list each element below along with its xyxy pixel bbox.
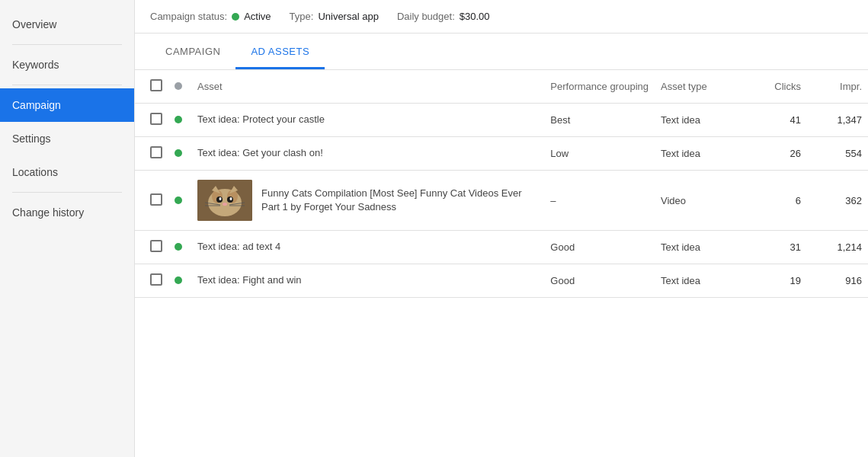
performance-0: Best [544, 104, 655, 137]
sidebar-item-change-history[interactable]: Change history [0, 196, 134, 229]
impr-1: 554 [807, 137, 868, 171]
header-asset-type[interactable]: Asset type [655, 70, 746, 104]
status-bar: Campaign status: Active Type: Universal … [135, 0, 868, 34]
performance-3: Good [544, 231, 655, 264]
table-row: Text idea: Protect your castleBestText i… [135, 104, 868, 137]
budget-value: $30.00 [460, 11, 490, 22]
sidebar-label-overview: Overview [12, 18, 56, 30]
row-status-dot-1 [175, 149, 182, 157]
row-checkbox-0[interactable] [150, 113, 162, 125]
header-performance[interactable]: Performance grouping [544, 70, 655, 104]
sidebar-divider-1 [12, 44, 122, 45]
header-checkbox-col [135, 70, 168, 104]
performance-2: – [544, 171, 655, 231]
assets-table: Asset Performance grouping Asset type Cl… [135, 70, 868, 298]
svg-point-10 [223, 203, 227, 206]
sidebar-divider-2 [12, 85, 122, 85]
performance-1: Low [544, 137, 655, 171]
row-checkbox-4[interactable] [150, 273, 162, 286]
asset-type-2: Video [655, 171, 746, 231]
sidebar-label-campaign: Campaign [12, 99, 61, 111]
row-checkbox-1[interactable] [150, 146, 162, 158]
header-impr[interactable]: Impr. [807, 70, 868, 104]
table-header-row: Asset Performance grouping Asset type Cl… [135, 70, 868, 104]
tab-ad-assets[interactable]: AD ASSETS [235, 34, 325, 69]
campaign-status-value: Active [244, 11, 271, 22]
row-status-dot-4 [175, 276, 182, 284]
table-row: Text idea: Fight and winGoodText idea199… [135, 264, 868, 298]
performance-4: Good [544, 264, 655, 298]
sidebar-label-change-history: Change history [12, 206, 84, 219]
row-status-dot-0 [175, 116, 182, 123]
main-content: Campaign status: Active Type: Universal … [134, 0, 868, 457]
svg-point-9 [230, 197, 232, 200]
sidebar-item-locations[interactable]: Locations [0, 155, 134, 189]
clicks-3: 31 [746, 231, 807, 264]
row-checkbox-3[interactable] [150, 240, 162, 252]
sidebar-divider-3 [12, 192, 122, 193]
tab-bar: CAMPAIGN AD ASSETS [135, 34, 868, 70]
sidebar-item-overview[interactable]: Overview [0, 8, 134, 41]
asset-with-thumbnail: Funny Cats Compilation [Most See] Funny … [197, 180, 538, 221]
svg-point-8 [219, 197, 222, 200]
row-status-dot-3 [175, 243, 182, 251]
sidebar-item-settings[interactable]: Settings [0, 122, 134, 155]
asset-type-0: Text idea [655, 104, 746, 137]
clicks-0: 41 [746, 104, 807, 137]
sidebar-item-campaign[interactable]: Campaign [0, 88, 134, 122]
header-dot-col [168, 70, 191, 104]
impr-2: 362 [807, 171, 868, 231]
asset-type-4: Text idea [655, 264, 746, 298]
impr-4: 916 [807, 264, 868, 298]
asset-name-0: Text idea: Protect your castle [197, 113, 325, 125]
header-status-dot [175, 82, 182, 90]
sidebar-label-locations: Locations [12, 166, 58, 178]
select-all-checkbox[interactable] [150, 79, 162, 91]
type-label: Type: [290, 11, 314, 22]
clicks-1: 26 [746, 137, 807, 171]
video-thumbnail [197, 180, 252, 221]
impr-3: 1,214 [807, 231, 868, 264]
type-value: Universal app [318, 11, 379, 22]
table-row: Text idea: Get your clash on!LowText ide… [135, 137, 868, 171]
campaign-status: Campaign status: Active [150, 11, 271, 22]
row-checkbox-2[interactable] [150, 193, 162, 206]
sidebar: Overview Keywords Campaign Settings Loca… [0, 0, 134, 457]
asset-name-3: Text idea: ad text 4 [197, 241, 280, 252]
sidebar-label-settings: Settings [12, 133, 51, 145]
campaign-type: Type: Universal app [290, 11, 379, 22]
sidebar-label-keywords: Keywords [12, 59, 59, 71]
impr-0: 1,347 [807, 104, 868, 137]
header-clicks[interactable]: Clicks [746, 70, 807, 104]
campaign-status-label: Campaign status: [150, 11, 227, 22]
asset-name-4: Text idea: Fight and win [197, 274, 302, 286]
budget-label: Daily budget: [397, 11, 455, 22]
asset-type-3: Text idea [655, 231, 746, 264]
sidebar-item-keywords[interactable]: Keywords [0, 48, 134, 81]
asset-name-2: Funny Cats Compilation [Most See] Funny … [261, 187, 538, 214]
header-asset[interactable]: Asset [191, 70, 544, 104]
table-row: Funny Cats Compilation [Most See] Funny … [135, 171, 868, 231]
tab-campaign[interactable]: CAMPAIGN [150, 34, 235, 69]
active-status-dot [232, 13, 239, 21]
table-row: Text idea: ad text 4GoodText idea311,214 [135, 231, 868, 264]
asset-type-1: Text idea [655, 137, 746, 171]
daily-budget: Daily budget: $30.00 [397, 11, 490, 22]
row-status-dot-2 [175, 197, 182, 204]
clicks-4: 19 [746, 264, 807, 298]
assets-table-area: Asset Performance grouping Asset type Cl… [135, 70, 868, 457]
clicks-2: 6 [746, 171, 807, 231]
asset-name-1: Text idea: Get your clash on! [197, 147, 323, 158]
